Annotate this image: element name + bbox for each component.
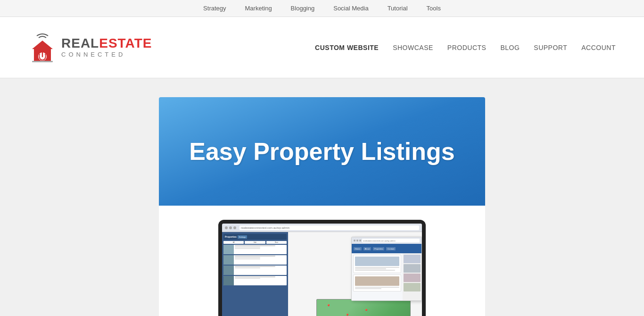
listing-thumb-4 <box>223 276 234 285</box>
logo-real: REALESTATE <box>61 36 152 51</box>
listing-line-short-2b <box>235 258 260 259</box>
float-url: realestateconnected.com.au/wp-admin <box>362 239 420 242</box>
map-pin-4: 📍 <box>364 309 369 313</box>
top-bar-item-social-media[interactable]: Social Media <box>333 5 368 12</box>
main-nav: CUSTOM WEBSITESHOWCASEPRODUCTSBLOGSUPPOR… <box>315 44 616 51</box>
float-article-line-3 <box>355 270 395 271</box>
map-pin-1: 📍 <box>326 304 331 308</box>
content-section: realestateconnected.com.au/wp-admin Prop… <box>0 206 644 316</box>
listing-line-short-4 <box>235 278 260 279</box>
nav-item-blog[interactable]: BLOG <box>500 44 520 51</box>
float-nav-contact: Contact <box>386 247 396 250</box>
svg-rect-3 <box>32 61 53 62</box>
top-utility-bar: StrategyMarketingBloggingSocial MediaTut… <box>0 0 644 17</box>
listing-row-4 <box>223 276 287 285</box>
nav-item-account[interactable]: ACCOUNT <box>581 44 616 51</box>
svg-marker-0 <box>32 41 53 49</box>
float-article-line-5 <box>355 288 381 289</box>
float-browser-bar: realestateconnected.com.au/wp-admin <box>352 237 421 244</box>
nav-item-support[interactable]: SUPPORT <box>534 44 567 51</box>
float-nav-about: About <box>363 247 371 250</box>
browser-dot-2 <box>229 226 232 229</box>
nav-item-showcase[interactable]: SHOWCASE <box>393 44 433 51</box>
screen-content: realestateconnected.com.au/wp-admin Prop… <box>222 224 422 316</box>
browser-dot-1 <box>225 226 228 229</box>
listing-info-2 <box>234 255 287 265</box>
content-inner: realestateconnected.com.au/wp-admin Prop… <box>159 206 485 316</box>
listing-line-short <box>235 247 260 248</box>
browser-dot-3 <box>233 226 236 229</box>
panel-header: Properties Settings <box>223 234 287 240</box>
listing-info-1 <box>234 245 287 254</box>
listing-thumb-2 <box>223 255 234 265</box>
listing-thumb-1 <box>223 245 234 254</box>
float-nav-prop: Properties <box>373 247 384 250</box>
listing-row-2 <box>223 255 287 265</box>
listing-line-short2 <box>235 248 260 249</box>
logo-text: REALESTATE CONNECTED <box>61 36 152 58</box>
nav-item-products[interactable]: PRODUCTS <box>447 44 487 51</box>
float-nav-home: Home <box>354 247 362 250</box>
float-dot-3 <box>359 240 361 241</box>
float-article-line-4 <box>355 287 399 288</box>
panel-tab: Settings <box>238 235 247 239</box>
filter-row: All Sale Rent <box>223 241 287 244</box>
nav-item-custom-website[interactable]: CUSTOM WEBSITE <box>315 44 379 51</box>
listing-line-4 <box>235 276 275 277</box>
listing-line-short-3 <box>235 267 260 268</box>
top-bar-item-tools[interactable]: Tools <box>427 5 441 12</box>
float-nav: Home About Properties Contact <box>354 247 396 250</box>
logo-connected: CONNECTED <box>61 51 152 58</box>
float-article-line-2 <box>355 268 386 269</box>
hero-title: Easy Property Listings <box>189 137 455 166</box>
logo-icon <box>28 32 57 63</box>
listing-row-3 <box>223 266 287 275</box>
listing-info-4 <box>234 276 287 285</box>
logo-area[interactable]: REALESTATE CONNECTED <box>28 32 152 63</box>
float-article-2 <box>353 274 401 291</box>
panel-title: Properties <box>225 235 237 238</box>
listing-thumb-3 <box>223 266 234 275</box>
laptop-mockup: realestateconnected.com.au/wp-admin Prop… <box>218 220 426 316</box>
browser-url: realestateconnected.com.au/wp-admin <box>239 225 419 230</box>
listing-info-3 <box>234 266 287 275</box>
filter-sale: Sale <box>245 241 265 244</box>
laptop-screen: realestateconnected.com.au/wp-admin Prop… <box>222 224 422 316</box>
filter-rent: Rent <box>266 241 287 244</box>
site-header: REALESTATE CONNECTED CUSTOM WEBSITESHOWC… <box>0 17 644 78</box>
float-article-img-1 <box>355 257 399 266</box>
browser-bar: realestateconnected.com.au/wp-admin <box>222 224 422 232</box>
top-bar-item-strategy[interactable]: Strategy <box>203 5 226 12</box>
laptop-outer: realestateconnected.com.au/wp-admin Prop… <box>218 220 426 316</box>
float-sidebar <box>403 253 421 300</box>
float-dot-1 <box>354 240 355 241</box>
float-body <box>352 253 421 300</box>
filter-all: All <box>223 241 244 244</box>
float-dot-2 <box>356 240 358 241</box>
float-nav-bar: Home About Properties Contact <box>352 244 421 253</box>
float-article-img-2 <box>355 276 399 286</box>
float-sidebar-thumb-1 <box>404 255 421 263</box>
listing-line-short-2 <box>235 257 260 258</box>
app-panels: Properties Settings All Sale Rent <box>222 232 422 316</box>
float-article-1 <box>353 255 401 273</box>
top-bar-item-blogging[interactable]: Blogging <box>291 5 315 12</box>
right-panel: 📍 📍 📍 📍 📍 📍 📍 <box>288 232 422 316</box>
hero-section: Easy Property Listings <box>0 78 644 206</box>
map-overlay: 📍 📍 📍 📍 📍 📍 📍 <box>316 299 411 316</box>
listing-line <box>235 245 275 246</box>
float-sidebar-thumb-2 <box>404 264 421 273</box>
top-bar-item-tutorial[interactable]: Tutorial <box>388 5 408 12</box>
listing-line-2 <box>235 256 275 257</box>
floating-screenshot: realestateconnected.com.au/wp-admin Home… <box>351 237 422 301</box>
float-sidebar-thumb-4 <box>404 283 421 291</box>
listing-line-3 <box>235 266 275 267</box>
float-main <box>352 253 403 300</box>
left-admin-panel: Properties Settings All Sale Rent <box>222 232 288 316</box>
map-pin-2: 📍 <box>345 314 350 316</box>
top-bar-item-marketing[interactable]: Marketing <box>245 5 272 12</box>
float-article-line-1 <box>355 267 399 268</box>
hero-banner: Easy Property Listings <box>159 97 485 206</box>
float-sidebar-thumb-3 <box>404 274 421 282</box>
listing-row-1 <box>223 245 287 254</box>
